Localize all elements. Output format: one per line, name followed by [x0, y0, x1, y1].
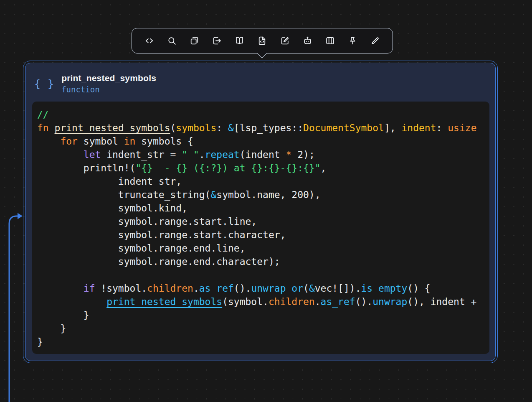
toolbar-button-columns[interactable] — [323, 34, 337, 48]
code-line — [37, 268, 489, 282]
pen-icon — [370, 36, 380, 46]
node-header: { } print_nested_symbols function — [25, 63, 495, 102]
code-line: fn print_nested_symbols(symbols: &[lsp_t… — [37, 121, 489, 135]
code-line: symbol.range.end.line, — [37, 242, 489, 255]
toolbar-button-pen[interactable] — [368, 34, 383, 48]
edit-icon — [280, 36, 290, 46]
connector-edge[interactable] — [3, 210, 26, 402]
code-line: print_nested_symbols(symbol.children.as_… — [37, 295, 489, 308]
copy-icon — [189, 36, 200, 46]
toolbar-button-pin[interactable] — [346, 34, 360, 48]
code-line: symbol.range.end.character); — [37, 255, 489, 268]
toolbar-button-book[interactable] — [233, 34, 247, 48]
export-icon — [212, 36, 222, 46]
file-code-icon — [257, 36, 267, 46]
toolbar-button-file-code[interactable] — [255, 34, 269, 48]
code-line: println!("{} - {} ({:?}) at {}:{}-{}:{}"… — [37, 161, 489, 175]
toolbar-button-search[interactable] — [165, 34, 179, 48]
code-line: // — [37, 108, 489, 121]
code-line: symbol.range.start.line, — [37, 215, 489, 228]
toolbar-button-edit[interactable] — [278, 34, 292, 48]
symbol-link[interactable]: print_nested_symbols — [55, 122, 170, 133]
code-line: } — [37, 322, 489, 335]
code-line: } — [37, 335, 489, 349]
node-subtitle: function — [61, 85, 156, 94]
toolbar-button-copy[interactable] — [187, 34, 201, 48]
code-line: symbol.kind, — [37, 201, 489, 215]
edge-arrow-icon — [18, 213, 23, 219]
toolbar-button-export[interactable] — [210, 34, 224, 48]
code-node-body: { } print_nested_symbols function //fn p… — [25, 63, 496, 361]
toolbar-button-code[interactable] — [142, 34, 156, 48]
code-line: for symbol in symbols { — [37, 135, 489, 148]
node-title: print_nested_symbols — [61, 73, 156, 83]
symbol-link[interactable]: print_nested_symbols — [106, 296, 222, 307]
code-line: } — [37, 308, 489, 322]
toolbar-button-bot[interactable] — [300, 34, 314, 48]
braces-icon: { } — [34, 79, 54, 89]
code-line: indent_str, — [37, 175, 489, 188]
book-icon — [234, 36, 245, 46]
search-icon — [167, 36, 177, 46]
code-node[interactable]: { } print_nested_symbols function //fn p… — [23, 61, 498, 363]
code-line: symbol.range.start.character, — [37, 228, 489, 242]
code-line: let indent_str = " ".repeat(indent * 2); — [37, 148, 489, 161]
pin-icon — [347, 36, 358, 46]
code-icon — [144, 36, 155, 46]
edge-line — [9, 216, 18, 402]
bot-icon — [302, 36, 313, 46]
node-header-text: print_nested_symbols function — [61, 73, 156, 94]
code-line: truncate_string(&symbol.name, 200), — [37, 188, 489, 201]
code-line: if !symbol.children.as_ref().unwrap_or(&… — [37, 282, 489, 295]
columns-icon — [325, 36, 335, 46]
code-block: //fn print_nested_symbols(symbols: &[lsp… — [32, 102, 489, 354]
